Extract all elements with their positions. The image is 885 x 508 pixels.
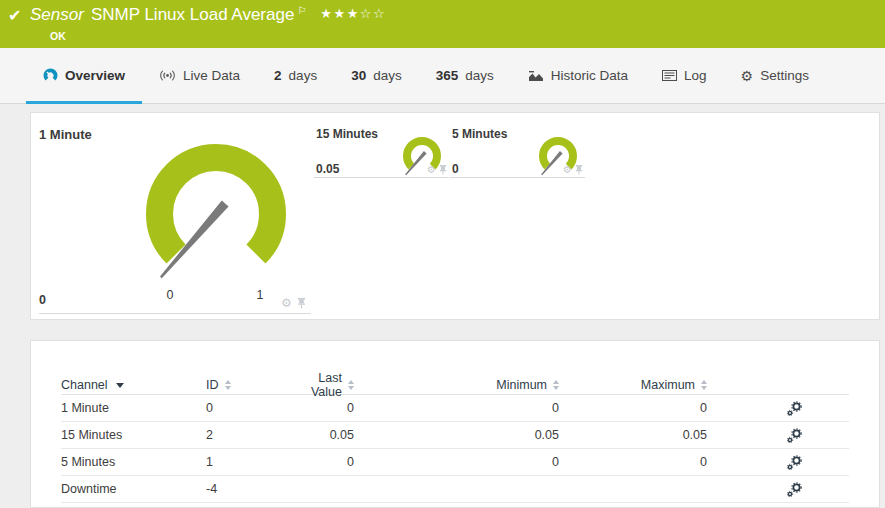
cell-id: -4	[206, 482, 298, 496]
column-header-minimum[interactable]: Minimum	[354, 378, 559, 392]
column-header-channel[interactable]: Channel	[61, 378, 206, 392]
cell-id: 1	[206, 455, 298, 469]
gauge-5min-pin-icon[interactable]	[575, 165, 583, 175]
column-header-last-value-label: Last Value	[298, 371, 342, 399]
cell-maximum: 0	[559, 455, 707, 469]
tab-log[interactable]: Log	[645, 48, 724, 103]
sensor-kind-label: Sensor	[30, 5, 84, 24]
settings-gear-icon: ⚙	[741, 69, 754, 83]
column-header-id[interactable]: ID	[206, 378, 298, 392]
cell-channel[interactable]: 1 Minute	[61, 401, 206, 415]
star-rating[interactable]: ★★★☆☆	[320, 6, 386, 21]
active-tab-underline	[26, 101, 142, 104]
cell-id: 0	[206, 401, 298, 415]
gauge-5min-controls: ⚙	[563, 165, 583, 175]
tab-historic-data-label: Historic Data	[551, 68, 628, 83]
gauge-15min-controls: ⚙	[427, 165, 447, 175]
cell-channel[interactable]: Downtime	[61, 482, 206, 496]
historic-data-icon	[528, 70, 544, 82]
cell-channel[interactable]: 15 Minutes	[61, 428, 206, 442]
column-header-maximum[interactable]: Maximum	[559, 378, 707, 392]
sort-icon	[225, 380, 231, 390]
tab-bar: Overview Live Data 2 days 30 days 365 da…	[0, 48, 885, 104]
tab-30-days-unit: days	[373, 68, 402, 83]
gauge-1min: 0 1	[31, 113, 361, 313]
tab-live-data-label: Live Data	[183, 68, 240, 83]
channel-settings-button[interactable]	[787, 482, 802, 497]
tab-overview[interactable]: Overview	[26, 48, 142, 103]
gauge-1min-value: 0	[39, 293, 46, 307]
gauge-15min-pin-icon[interactable]	[439, 165, 447, 175]
gauge-1min-divider	[39, 313, 311, 314]
cell-id: 2	[206, 428, 298, 442]
cell-last-value: 0	[298, 401, 354, 415]
stars-filled: ★★★	[320, 6, 359, 21]
cell-last-value: 0.05	[298, 428, 354, 442]
tab-log-label: Log	[684, 68, 707, 83]
content-area: 1 Minute 0 1 0 ⚙ 15 Minutes 0.05 ⚙	[0, 104, 885, 508]
channel-gears-icon	[787, 401, 802, 416]
flag-icon[interactable]: ⚐	[297, 5, 306, 16]
column-header-channel-label: Channel	[61, 378, 108, 392]
gauge-15min-settings-icon[interactable]: ⚙	[427, 165, 436, 175]
tab-2-days[interactable]: 2 days	[257, 48, 334, 103]
column-header-maximum-label: Maximum	[641, 378, 695, 392]
cell-last-value: 0	[298, 455, 354, 469]
cell-maximum: 0.05	[559, 428, 707, 442]
cell-minimum: 0	[354, 401, 559, 415]
gauge-15min-label: 15 Minutes	[316, 127, 378, 141]
tab-live-data[interactable]: Live Data	[142, 48, 257, 103]
table-row: Downtime -4	[61, 476, 849, 503]
tab-overview-label: Overview	[65, 68, 125, 83]
channel-gears-icon	[787, 428, 802, 443]
channel-gears-icon	[787, 482, 802, 497]
sensor-header: ✔ SensorSNMP Linux Load Average⚐★★★☆☆ OK	[0, 0, 885, 48]
column-header-minimum-label: Minimum	[496, 378, 547, 392]
channel-settings-button[interactable]	[787, 455, 802, 470]
gauges-panel: 1 Minute 0 1 0 ⚙ 15 Minutes 0.05 ⚙	[30, 112, 880, 320]
gauge-15min-value: 0.05	[316, 162, 339, 176]
tab-settings-label: Settings	[760, 68, 809, 83]
cell-minimum: 0	[354, 455, 559, 469]
tab-2-days-number: 2	[274, 68, 282, 83]
gauge-5min-divider	[450, 177, 585, 178]
cell-minimum: 0.05	[354, 428, 559, 442]
tab-settings[interactable]: ⚙ Settings	[724, 48, 826, 103]
sensor-title: SNMP Linux Load Average	[91, 5, 295, 24]
gauge-5min-settings-icon[interactable]: ⚙	[563, 165, 572, 175]
status-check-icon: ✔	[8, 6, 21, 25]
gauge-5min-label: 5 Minutes	[452, 127, 507, 141]
tab-historic-data[interactable]: Historic Data	[511, 48, 645, 103]
sort-icon	[701, 380, 707, 390]
live-data-icon	[159, 69, 176, 82]
gauge-icon	[43, 68, 58, 83]
gauge-1min-pin-icon[interactable]	[297, 298, 306, 309]
column-header-id-label: ID	[206, 378, 219, 392]
table-row: 5 Minutes 1 0 0 0	[61, 449, 849, 476]
channel-gears-icon	[787, 455, 802, 470]
column-header-last-value[interactable]: Last Value	[298, 371, 354, 399]
tab-2-days-unit: days	[289, 68, 318, 83]
gauge-15min-divider	[314, 177, 449, 178]
channel-table-header: Channel ID Last Value Minimum Maximum	[61, 371, 849, 395]
gauge-5min-value: 0	[452, 162, 459, 176]
tab-365-days[interactable]: 365 days	[419, 48, 511, 103]
gauge-1min-scale-max: 1	[257, 288, 264, 302]
log-icon	[662, 70, 677, 81]
tab-30-days[interactable]: 30 days	[334, 48, 419, 103]
stars-empty: ☆☆	[360, 6, 386, 21]
table-row: 1 Minute 0 0 0 0	[61, 395, 849, 422]
table-row: 15 Minutes 2 0.05 0.05 0.05	[61, 422, 849, 449]
channel-table-panel: Channel ID Last Value Minimum Maximum	[30, 340, 880, 508]
sensor-status-badge: OK	[50, 30, 66, 42]
tab-365-days-number: 365	[436, 68, 459, 83]
cell-channel[interactable]: 5 Minutes	[61, 455, 206, 469]
gauge-1min-controls: ⚙	[281, 297, 306, 309]
gauge-1min-settings-icon[interactable]: ⚙	[281, 297, 292, 309]
tab-365-days-unit: days	[465, 68, 494, 83]
channel-settings-button[interactable]	[787, 401, 802, 416]
channel-settings-button[interactable]	[787, 428, 802, 443]
sensor-title-line: SensorSNMP Linux Load Average⚐★★★☆☆	[30, 5, 386, 25]
cell-maximum: 0	[559, 401, 707, 415]
tab-30-days-number: 30	[351, 68, 366, 83]
